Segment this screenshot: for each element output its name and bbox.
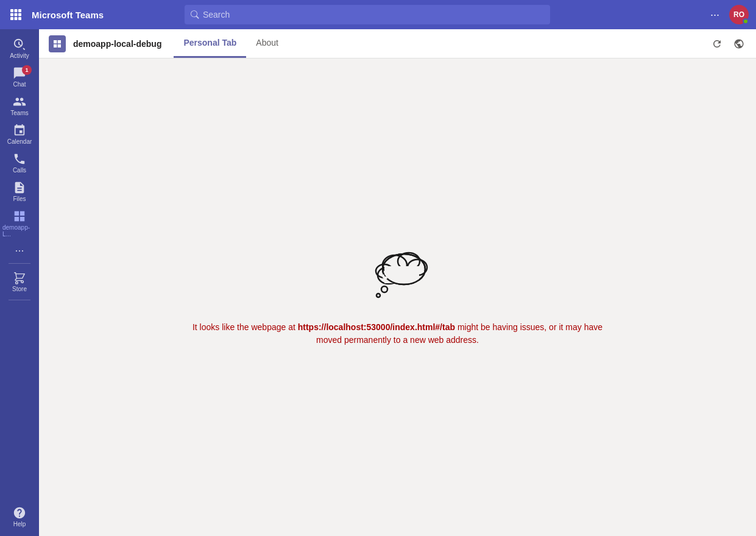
sidebar-separator-2 <box>9 300 30 300</box>
topbar-right: ··· RO <box>705 5 749 24</box>
search-bar[interactable] <box>185 5 550 24</box>
refresh-button[interactable] <box>710 37 724 51</box>
sidebar-item-teams-label: Teams <box>10 110 28 116</box>
grid-icon[interactable] <box>7 6 24 23</box>
globe-icon <box>733 38 744 49</box>
error-url-link[interactable]: https://localhost:53000/index.html#/tab <box>298 322 455 332</box>
svg-rect-6 <box>10 17 13 20</box>
activity-icon <box>13 38 26 51</box>
more-dots-icon: ··· <box>15 245 24 256</box>
svg-rect-5 <box>18 13 21 16</box>
app-tabs: Personal Tab About <box>174 29 288 58</box>
sidebar-item-calls-label: Calls <box>13 167 26 174</box>
sidebar-item-help[interactable]: Help <box>2 503 37 531</box>
sidebar-separator <box>9 263 30 264</box>
files-icon <box>13 181 26 194</box>
sidebar-item-help-label: Help <box>13 521 26 527</box>
svg-rect-7 <box>15 17 18 20</box>
sidebar-item-more[interactable]: ··· <box>2 241 37 259</box>
sidebar-item-files-label: Files <box>13 196 26 202</box>
app-name: demoapp-local-debug <box>73 39 161 49</box>
sidebar-item-files[interactable]: Files <box>2 177 37 206</box>
sidebar-item-calendar[interactable]: Calendar <box>2 120 37 149</box>
svg-point-17 <box>381 286 387 292</box>
sidebar-item-demoapp-label: demoapp-L... <box>2 224 37 238</box>
avatar[interactable]: RO <box>729 5 749 24</box>
sidebar-item-calls[interactable]: Calls <box>2 149 37 177</box>
app-tab-icon <box>49 35 66 52</box>
calendar-icon <box>13 124 26 137</box>
app-icon-svg <box>52 39 62 49</box>
sidebar-item-calendar-label: Calendar <box>7 138 32 145</box>
svg-rect-4 <box>15 13 18 16</box>
app-header: demoapp-local-debug Personal Tab About <box>39 29 756 58</box>
svg-rect-2 <box>18 9 21 12</box>
topbar: Microsoft Teams ··· RO <box>0 0 756 29</box>
content-area: demoapp-local-debug Personal Tab About <box>39 29 756 536</box>
avatar-status-indicator <box>743 18 749 24</box>
thought-bubble-icon <box>361 248 434 303</box>
help-icon <box>13 506 26 520</box>
app-header-right <box>710 37 746 51</box>
sidebar: Activity 1 Chat Teams Calendar <box>0 29 39 536</box>
sidebar-item-activity-label: Activity <box>10 52 29 59</box>
sidebar-item-activity[interactable]: Activity <box>2 34 37 63</box>
teams-icon <box>13 95 26 108</box>
svg-rect-3 <box>10 13 13 16</box>
sidebar-item-chat-label: Chat <box>13 81 26 88</box>
demoapp-icon <box>13 210 26 223</box>
sidebar-item-store[interactable]: Store <box>2 267 37 296</box>
main-content: It looks like the webpage at https://loc… <box>39 58 756 536</box>
search-input[interactable] <box>203 10 544 19</box>
svg-rect-8 <box>18 17 21 20</box>
error-illustration <box>361 248 434 303</box>
avatar-initials: RO <box>733 10 744 19</box>
search-icon <box>191 10 199 19</box>
sidebar-item-teams[interactable]: Teams <box>2 91 37 120</box>
globe-button[interactable] <box>732 37 746 51</box>
svg-rect-0 <box>10 9 13 12</box>
chat-badge: 1 <box>22 65 32 75</box>
app-title: Microsoft Teams <box>32 10 104 20</box>
sidebar-item-store-label: Store <box>12 286 27 292</box>
sidebar-item-chat[interactable]: 1 Chat <box>2 63 37 91</box>
more-options-button[interactable]: ··· <box>705 6 724 24</box>
error-message: It looks like the webpage at https://loc… <box>185 321 611 347</box>
tab-about[interactable]: About <box>246 29 288 58</box>
calls-icon <box>13 152 26 166</box>
store-icon <box>13 271 26 284</box>
svg-rect-1 <box>15 9 18 12</box>
svg-point-18 <box>376 294 380 297</box>
sidebar-item-demoapp[interactable]: demoapp-L... <box>2 206 37 241</box>
tab-personal-tab[interactable]: Personal Tab <box>174 29 246 58</box>
refresh-icon <box>712 38 722 49</box>
main-layout: Activity 1 Chat Teams Calendar <box>0 29 756 536</box>
